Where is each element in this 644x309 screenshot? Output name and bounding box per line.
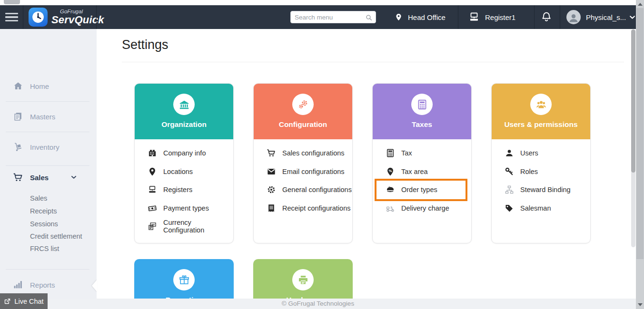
card-item-label: Steward Binding <box>520 186 571 193</box>
scroll-up-arrow[interactable] <box>638 3 643 6</box>
card-body: Company infoLocationsRegistersPayment ty… <box>135 139 233 236</box>
sidebar-divider <box>6 269 89 270</box>
sidebar-divider <box>6 165 89 166</box>
card-header-hardware[interactable]: Hardware <box>253 259 353 299</box>
register-icon <box>468 11 480 23</box>
card-item-order-types[interactable]: Order types <box>373 181 471 199</box>
home-icon <box>13 81 23 91</box>
sidebar-item-label: Masters <box>30 113 55 121</box>
sidebar-subitem-receipts[interactable]: Receipts <box>30 205 92 217</box>
cards-row-1: OrganizationCompany infoLocationsRegiste… <box>134 83 591 243</box>
logo-tile <box>29 8 48 27</box>
topbar-divider <box>96 5 97 29</box>
card-item-label: Email configurations <box>282 168 345 175</box>
card-item-salesman[interactable]: Salesman <box>492 199 590 218</box>
cards-row-2: PromotionHardware <box>134 259 353 299</box>
card-item-label: Sales configurations <box>282 149 345 157</box>
search-box[interactable] <box>290 11 376 23</box>
card-item-users[interactable]: Users <box>492 144 590 163</box>
inventory-icon <box>13 142 23 152</box>
card-item-locations[interactable]: Locations <box>135 163 233 181</box>
card-body: UsersRolesSteward BindingSalesman <box>492 139 590 217</box>
live-chat-button[interactable]: Live Chat <box>0 293 48 309</box>
card-item-receipt-configurations[interactable]: Receipt configurations <box>254 199 352 218</box>
card-item-currency-configuration[interactable]: Currency Configuration <box>135 217 233 236</box>
tax-calculator-icon <box>416 99 428 110</box>
sidebar-divider <box>6 132 89 132</box>
avatar-icon <box>568 12 579 24</box>
card-item-label: Payment types <box>163 204 209 212</box>
location-selector[interactable]: Head Office <box>395 12 446 22</box>
settings-card-configuration: ConfigurationSales configurationsEmail c… <box>253 83 353 243</box>
card-item-label: Company info <box>163 149 206 157</box>
card-item-label: Tax area <box>401 168 428 175</box>
user-menu[interactable]: Physical_s... .. <box>566 10 644 24</box>
search-input[interactable] <box>295 12 363 22</box>
card-item-payment-types[interactable]: Payment types <box>135 199 233 218</box>
card-item-email-configurations[interactable]: Email configurations <box>254 163 352 181</box>
delivery-scooter-icon <box>386 203 395 213</box>
card-item-company-info[interactable]: Company info <box>135 144 233 163</box>
hamburger-icon[interactable] <box>5 13 18 21</box>
sidebar-item-reports[interactable]: Reports <box>0 277 97 292</box>
card-title: Organization <box>161 120 207 129</box>
money-icon <box>148 203 157 213</box>
scroll-down-arrow[interactable] <box>638 303 643 306</box>
card-badge <box>411 94 433 115</box>
sidebar-item-sales[interactable]: Sales <box>0 170 97 185</box>
card-item-registers[interactable]: Registers <box>135 181 233 199</box>
chevron-down-icon[interactable] <box>70 174 77 181</box>
content-notch <box>92 280 97 292</box>
card-item-sales-configurations[interactable]: Sales configurations <box>254 144 352 163</box>
top-tab <box>4 0 20 4</box>
sidebar-subitem-sales[interactable]: Sales <box>30 192 92 204</box>
title-divider <box>122 62 624 62</box>
card-item-label: Registers <box>163 186 192 193</box>
settings-card-promotion: Promotion <box>134 259 234 299</box>
card-badge <box>173 94 195 115</box>
card-header-promotion[interactable]: Promotion <box>134 259 234 299</box>
sidebar-item-inventory[interactable]: Inventory <box>0 139 97 154</box>
users-group-icon <box>535 99 547 110</box>
card-header-users-permissions[interactable]: Users & permissions <box>492 84 590 139</box>
chevron-down-icon <box>629 14 636 21</box>
card-badge <box>292 94 314 115</box>
sidebar-item-masters[interactable]: Masters <box>0 109 97 124</box>
currency-icon <box>148 222 157 231</box>
inner-scrollbar-thumb[interactable] <box>631 29 635 173</box>
sidebar-subitem-credit-settlement[interactable]: Credit settlement <box>30 230 92 242</box>
card-item-steward-binding[interactable]: Steward Binding <box>492 181 590 199</box>
sidebar-item-label: Home <box>30 82 49 90</box>
search-icon[interactable] <box>365 14 373 21</box>
brand-logo[interactable]: GoFrugal ServQuick <box>29 8 104 27</box>
card-item-roles[interactable]: Roles <box>492 163 590 181</box>
card-item-general-configurations[interactable]: General configurations <box>254 181 352 199</box>
settings-card-users-permissions: Users & permissionsUsersRolesSteward Bin… <box>491 83 591 243</box>
card-item-tax[interactable]: Tax <box>373 144 471 163</box>
sidebar-subitem-frcs-list[interactable]: FRCS list <box>30 242 92 255</box>
person-icon <box>505 148 514 158</box>
card-item-label: Users <box>520 149 538 157</box>
sidebar-item-label: Sales <box>30 174 49 182</box>
card-item-tax-area[interactable]: %Tax area <box>373 163 471 181</box>
scrollbar-thumb[interactable] <box>636 8 644 259</box>
sidebar-subitem-sessions[interactable]: Sessions <box>30 218 92 230</box>
browser-scrollbar[interactable] <box>636 0 644 309</box>
topbar-divider <box>534 5 535 29</box>
footer-copyright: © GoFrugal Technologies <box>282 300 354 307</box>
top-strip <box>0 0 644 5</box>
register-selector[interactable]: Register1 <box>468 11 515 23</box>
external-link-icon <box>4 298 11 305</box>
card-header-organization[interactable]: Organization <box>135 84 233 139</box>
card-header-taxes[interactable]: Taxes <box>373 84 471 139</box>
notifications-button[interactable] <box>541 11 552 23</box>
card-item-delivery-charge[interactable]: Delivery charge <box>373 199 471 218</box>
sidebar-item-home[interactable]: Home <box>0 78 97 94</box>
settings-card-taxes: TaxesTax%Tax areaOrder typesDelivery cha… <box>372 83 472 243</box>
key-icon <box>505 167 514 176</box>
card-item-label: Currency Configuration <box>163 219 233 234</box>
gear-icon <box>267 185 276 194</box>
envelope-icon <box>267 167 276 176</box>
card-header-configuration[interactable]: Configuration <box>254 84 352 139</box>
card-badge <box>530 94 552 115</box>
